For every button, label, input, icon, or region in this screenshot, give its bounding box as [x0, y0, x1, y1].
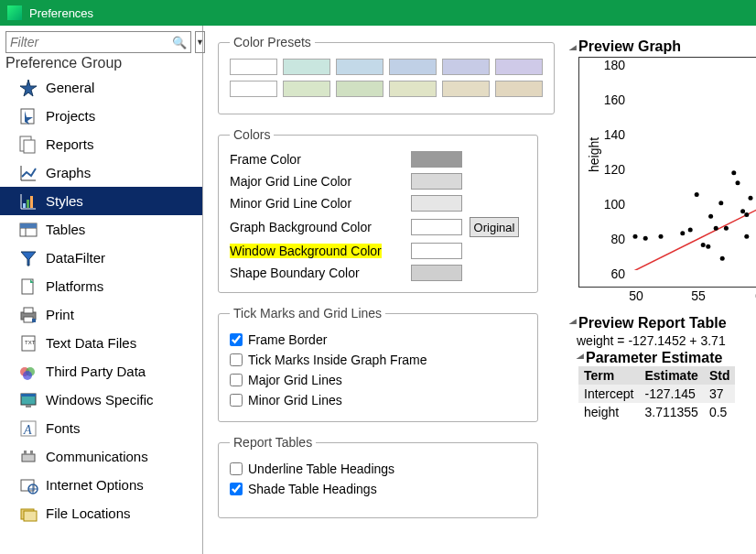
preview-area: ◢ Preview Graph height 18016014012010080… — [569, 38, 756, 421]
report-option-shade-table-headings[interactable]: Shade Table Headings — [230, 479, 526, 499]
color-preset-swatch[interactable] — [230, 81, 277, 97]
sidebar-item-windows-specific[interactable]: Windows Specific — [0, 386, 202, 414]
checkbox[interactable] — [230, 483, 243, 495]
txt-icon: TXT — [18, 333, 38, 353]
sidebar-item-label: Fonts — [46, 420, 81, 436]
tick-option-major-grid-lines[interactable]: Major Grid Lines — [230, 370, 526, 390]
sidebar-item-projects[interactable]: Projects — [0, 102, 202, 130]
svg-point-42 — [643, 236, 648, 241]
color-preset-swatch[interactable] — [442, 81, 490, 97]
svg-rect-30 — [26, 405, 31, 407]
svg-text:A: A — [23, 423, 32, 437]
color-row-label: Shape Boundary Color — [230, 266, 404, 280]
y-tick-label: 180 — [601, 58, 625, 72]
sidebar-item-graphs[interactable]: Graphs — [0, 158, 202, 187]
color-preset-swatch[interactable] — [283, 59, 330, 75]
color-preset-swatch[interactable] — [389, 81, 437, 97]
color-presets-group: Color Presets — [218, 35, 555, 114]
y-tick-label: 160 — [601, 92, 625, 107]
table-cell: Intercept — [578, 385, 639, 403]
sidebar-item-datafilter[interactable]: DataFilter — [0, 244, 202, 272]
sidebar-item-third-party-data[interactable]: Third Party Data — [0, 357, 202, 386]
color-swatch[interactable] — [411, 219, 462, 235]
disclosure-icon[interactable]: ◢ — [569, 43, 577, 50]
svg-rect-10 — [27, 200, 29, 208]
svg-rect-33 — [22, 454, 35, 462]
color-preset-swatch[interactable] — [230, 59, 277, 75]
svg-point-41 — [633, 234, 638, 239]
svg-line-40 — [629, 210, 756, 270]
scatter-plot — [629, 69, 756, 270]
checkbox-label: Underline Table Headings — [248, 462, 394, 476]
sidebar-item-label: Graphs — [46, 165, 91, 180]
sidebar-item-fonts[interactable]: AFonts — [0, 414, 202, 442]
report-option-underline-table-headings[interactable]: Underline Table Headings — [230, 459, 526, 479]
color-swatch[interactable] — [411, 243, 462, 259]
tables-icon — [18, 220, 38, 240]
color-preset-swatch[interactable] — [336, 59, 383, 75]
y-axis-label: height — [587, 137, 601, 172]
checkbox-label: Minor Grid Lines — [248, 393, 342, 407]
checkbox-label: Tick Marks Inside Graph Frame — [248, 353, 427, 367]
sidebar-item-general[interactable]: General — [0, 73, 202, 102]
svg-point-55 — [736, 180, 740, 185]
svg-rect-29 — [21, 394, 36, 396]
sidebar-item-label: General — [46, 80, 94, 95]
svg-point-49 — [708, 214, 713, 219]
filter-input-wrap[interactable]: 🔍 — [5, 31, 191, 53]
sidebar-item-styles[interactable]: Styles — [0, 187, 202, 215]
original-button[interactable]: Original — [470, 217, 519, 237]
color-swatch[interactable] — [411, 151, 462, 168]
svg-marker-0 — [20, 80, 37, 96]
color-preset-swatch[interactable] — [442, 59, 490, 75]
svg-point-43 — [659, 234, 664, 239]
svg-point-47 — [701, 243, 706, 247]
checkbox[interactable] — [230, 394, 243, 407]
disclosure-icon[interactable]: ◢ — [569, 318, 577, 330]
sidebar-item-platforms[interactable]: Platforms — [0, 272, 202, 300]
svg-rect-4 — [24, 140, 35, 153]
sidebar-item-print[interactable]: Print — [0, 300, 202, 329]
tick-option-tick-marks-inside-graph-frame[interactable]: Tick Marks Inside Graph Frame — [230, 350, 526, 370]
styles-icon — [18, 191, 38, 212]
color-row-label: Graph Background Color — [230, 220, 404, 234]
tick-option-frame-border[interactable]: Frame Border — [230, 330, 526, 350]
search-icon[interactable]: 🔍 — [172, 36, 187, 49]
sidebar-item-communications[interactable]: Communications — [0, 442, 202, 471]
svg-point-59 — [749, 196, 753, 201]
color-preset-swatch[interactable] — [495, 59, 543, 75]
sidebar-item-text-data-files[interactable]: TXTText Data Files — [0, 329, 202, 357]
color-preset-swatch[interactable] — [389, 59, 437, 75]
svg-point-57 — [744, 212, 749, 217]
sidebar-item-label: Reports — [46, 136, 94, 152]
checkbox[interactable] — [230, 333, 243, 346]
reports-icon — [18, 135, 38, 155]
disclosure-icon[interactable]: ◢ — [577, 353, 584, 364]
svg-rect-21 — [24, 317, 33, 322]
internet-icon — [18, 475, 38, 495]
sidebar-item-internet-options[interactable]: Internet Options — [0, 471, 202, 499]
sidebar-item-reports[interactable]: Reports — [0, 130, 202, 158]
color-preset-swatch[interactable] — [336, 81, 383, 97]
svg-text:TXT: TXT — [25, 340, 36, 345]
svg-point-56 — [740, 209, 745, 213]
checkbox[interactable] — [230, 353, 243, 366]
checkbox[interactable] — [230, 462, 243, 475]
svg-rect-39 — [24, 511, 37, 521]
svg-rect-22 — [32, 319, 36, 322]
color-preset-swatch[interactable] — [495, 81, 543, 97]
table-cell: height — [578, 403, 639, 421]
color-swatch[interactable] — [411, 195, 462, 212]
checkbox[interactable] — [230, 374, 243, 386]
color-swatch[interactable] — [411, 173, 462, 190]
tick-option-minor-grid-lines[interactable]: Minor Grid Lines — [230, 390, 526, 410]
thirdparty-icon — [18, 362, 38, 382]
projects-icon — [18, 106, 38, 126]
sidebar-item-file-locations[interactable]: File Locations — [0, 499, 202, 527]
platforms-icon — [18, 277, 38, 297]
sidebar-item-tables[interactable]: Tables — [0, 215, 202, 244]
svg-point-50 — [714, 226, 718, 231]
color-preset-swatch[interactable] — [283, 81, 330, 97]
filter-input[interactable] — [10, 35, 172, 49]
color-swatch[interactable] — [411, 265, 462, 281]
